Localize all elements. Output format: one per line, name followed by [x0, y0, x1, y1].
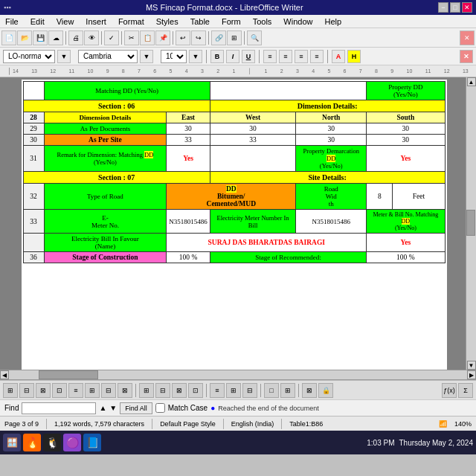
find-btn[interactable]: 🔍 — [247, 30, 262, 45]
align-center-btn[interactable]: ≡ — [279, 50, 292, 63]
close-button[interactable]: ✕ — [462, 2, 472, 13]
bt18[interactable]: ⊠ — [302, 383, 317, 398]
prev-row: Matching DD (Yes/No) Property DD(Yes/No) — [23, 82, 445, 100]
bt2[interactable]: ⊟ — [19, 383, 34, 398]
new-btn[interactable]: 📄 — [1, 30, 16, 45]
sep-bt4 — [298, 384, 299, 397]
table-btn[interactable]: ⊞ — [227, 30, 242, 45]
signal-icon: 📶 — [439, 420, 447, 428]
menu-form[interactable]: Form — [219, 17, 243, 26]
menu-view[interactable]: View — [54, 17, 77, 26]
start-button[interactable]: 🪟 — [3, 434, 21, 451]
sum-btn[interactable]: Σ — [458, 383, 473, 398]
bt13[interactable]: ≡ — [210, 383, 225, 398]
italic-btn[interactable]: I — [226, 50, 239, 63]
align-right-btn[interactable]: ≡ — [295, 50, 308, 63]
spellcheck-btn[interactable]: ✓ — [104, 30, 119, 45]
ruler: │ 1413121110987654321│12345678910111213 — [0, 65, 476, 77]
font-arrow[interactable]: ▼ — [140, 50, 153, 63]
cut-btn[interactable]: ✂ — [124, 30, 139, 45]
copy-btn[interactable]: 📋 — [140, 30, 155, 45]
style-arrow[interactable]: ▼ — [57, 50, 71, 63]
match-case-checkbox[interactable] — [155, 403, 165, 413]
bt1[interactable]: ⊞ — [3, 383, 18, 398]
fontcolor-btn[interactable]: A — [332, 50, 345, 63]
find-all-button[interactable]: Find All — [120, 402, 152, 414]
hscroll-thumb[interactable] — [39, 370, 98, 379]
save-btn[interactable]: 💾 — [33, 30, 48, 45]
bt16[interactable]: □ — [264, 383, 279, 398]
bt8[interactable]: ⊠ — [118, 383, 132, 398]
page-area: Matching DD (Yes/No) Property DD(Yes/No)… — [0, 77, 466, 370]
menu-edit[interactable]: Edit — [28, 17, 47, 26]
formula-btn[interactable]: ƒ(x) — [442, 383, 457, 398]
find-up-btn[interactable]: ▲ — [99, 404, 106, 412]
firefox-icon[interactable]: 🔥 — [23, 434, 41, 451]
minimize-button[interactable]: − — [438, 2, 448, 13]
undo-btn[interactable]: ↩ — [176, 30, 190, 45]
menu-window[interactable]: Window — [281, 17, 315, 26]
main-table: Matching DD (Yes/No) Property DD(Yes/No)… — [23, 81, 446, 263]
app4-icon[interactable]: 📘 — [83, 434, 101, 451]
highlight-btn[interactable]: H — [347, 50, 361, 63]
sep6 — [244, 31, 245, 45]
font-select[interactable]: Cambria — [78, 50, 138, 63]
scroll-left-btn[interactable]: ◀ — [0, 370, 9, 379]
bt14[interactable]: ⊞ — [226, 383, 241, 398]
scroll-up-btn[interactable]: ▲ — [467, 77, 476, 86]
bottom-toolbar: ⊞ ⊟ ⊠ ⊡ ≡ ⊞ ⊟ ⊠ ⊞ ⊟ ⊠ ⊡ ≡ ⊞ ⊟ □ ⊞ ⊠ 🔒 ƒ(… — [0, 380, 476, 399]
find-input[interactable] — [22, 402, 96, 414]
taskbar-time: 1:03 PM — [367, 439, 394, 447]
scroll-down-btn[interactable]: ▼ — [467, 361, 476, 370]
style-select[interactable]: LO-normal — [3, 50, 55, 63]
underline-btn[interactable]: U — [242, 50, 255, 63]
bt3[interactable]: ⊠ — [36, 383, 51, 398]
r28-col5: South — [367, 112, 445, 123]
sep9 — [327, 50, 328, 63]
hyperlink-btn[interactable]: 🔗 — [211, 30, 226, 45]
menu-tools[interactable]: Tools — [251, 17, 274, 26]
close-doc-btn[interactable]: ✕ — [460, 30, 475, 45]
menu-table[interactable]: Table — [188, 17, 212, 26]
redo-btn[interactable]: ↪ — [191, 30, 206, 45]
scroll-right-btn[interactable]: ▶ — [467, 370, 476, 379]
section07-right: Site Details: — [210, 172, 445, 184]
bt12[interactable]: ⊡ — [188, 383, 203, 398]
bt9[interactable]: ⊞ — [139, 383, 154, 398]
bt10[interactable]: ⊟ — [155, 383, 170, 398]
close-format-btn[interactable]: ✕ — [460, 50, 473, 63]
bt17[interactable]: ⊞ — [280, 383, 295, 398]
scroll-thumb[interactable] — [466, 210, 475, 236]
bt5[interactable]: ≡ — [68, 383, 83, 398]
match-case-label: Match Case — [168, 404, 208, 412]
size-select[interactable]: 10 pt — [161, 50, 187, 63]
print-btn[interactable]: 🖨 — [68, 30, 83, 45]
penguin-icon[interactable]: 🐧 — [43, 434, 61, 451]
maximize-button[interactable]: □ — [450, 2, 460, 13]
bt15[interactable]: ⊟ — [242, 383, 257, 398]
property-dd-cell: Property DD(Yes/No) — [367, 82, 445, 100]
bt19[interactable]: 🔒 — [318, 383, 333, 398]
menu-styles[interactable]: Styles — [154, 17, 181, 26]
vscroll[interactable]: ▲ ▼ — [466, 77, 476, 370]
save-remote-btn[interactable]: ☁ — [48, 30, 63, 45]
paste-btn[interactable]: 📌 — [155, 30, 170, 45]
preview-btn[interactable]: 👁 — [84, 30, 99, 45]
open-btn[interactable]: 📂 — [17, 30, 32, 45]
menu-insert[interactable]: Insert — [83, 17, 109, 26]
bt11[interactable]: ⊠ — [172, 383, 187, 398]
app3-icon[interactable]: 🟣 — [63, 434, 81, 451]
bt4[interactable]: ⊡ — [52, 383, 67, 398]
justify-btn[interactable]: ≡ — [310, 50, 324, 63]
size-arrow[interactable]: ▼ — [189, 50, 202, 63]
find-down-btn[interactable]: ▼ — [109, 404, 117, 412]
r31-num: 31 — [23, 146, 44, 172]
bt7[interactable]: ⊟ — [101, 383, 116, 398]
bold-btn[interactable]: B — [210, 50, 224, 63]
menu-help[interactable]: Help — [322, 17, 344, 26]
r29-col4: 30 — [296, 123, 367, 135]
menu-file[interactable]: File — [3, 17, 21, 26]
bt6[interactable]: ⊞ — [85, 383, 100, 398]
menu-format[interactable]: Format — [116, 17, 147, 26]
align-left-btn[interactable]: ≡ — [263, 50, 277, 63]
